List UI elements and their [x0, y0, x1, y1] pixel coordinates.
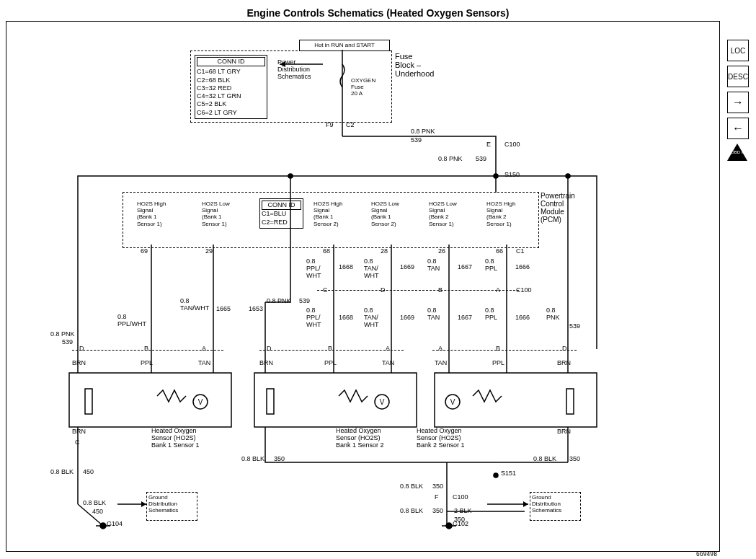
page: Engine Controls Schematics (Heated Oxyge…	[0, 0, 756, 559]
wire-539-top: 539	[411, 137, 422, 144]
r3-c0-n: 1668	[339, 314, 353, 322]
clr-0: BRN	[72, 360, 86, 367]
r3-rpnk-n: 539	[569, 323, 580, 330]
c100-top: C100	[504, 141, 520, 149]
wire-pnk-539-top: 0.8 PNK	[411, 128, 435, 136]
clr-5: TAN	[382, 360, 394, 367]
loc-button[interactable]: LOC	[727, 40, 749, 61]
toolbar: LOC DESC → ← OBD II	[727, 40, 749, 161]
pin-26: 26	[438, 248, 445, 255]
n450b: 450	[92, 509, 103, 516]
r3-c3-u: 0.8 PPL	[485, 307, 497, 322]
mid-c4-n: 1667	[458, 264, 472, 271]
sig-b2s1-lo: HO2S Low Signal (Bank 2 Sensor 1)	[429, 201, 468, 227]
sensor3-label: Heated Oxygen Sensor (HO2S) Bank 2 Senso…	[417, 428, 465, 449]
clr-4: PPL	[324, 360, 337, 367]
mid-c4-u: 0.8 TAN	[427, 258, 440, 273]
mid-c5-n: 1666	[515, 264, 530, 271]
left-ppl: 0.8 PPL/WHT	[117, 314, 146, 328]
r3-c0-u: 0.8 PPL/ WHT	[306, 307, 321, 329]
clr-3: BRN	[259, 360, 273, 367]
desc-button[interactable]: DESC	[727, 66, 749, 87]
wire-539-2: 539	[476, 156, 486, 163]
n350b: 350	[432, 483, 443, 490]
pin-68: 68	[323, 248, 330, 255]
blk450: 0.8 BLK	[50, 469, 74, 476]
mid-c2-u: 0.8 PPL/ WHT	[306, 258, 321, 280]
pin-A2: A	[386, 345, 390, 353]
pin-69: 69	[141, 248, 148, 255]
brn-right: BRN	[557, 428, 571, 436]
c100-dashline	[317, 290, 519, 291]
conn-id-list-pcm: C1=BLU C2=RED	[262, 210, 301, 226]
conn-id-box-pcm: CONN ID C1=BLU C2=RED	[259, 198, 303, 229]
conn-dash-3	[432, 350, 577, 351]
clr-7: PPL	[492, 360, 504, 367]
brn-left: BRN	[72, 428, 86, 436]
mid-c3-u: 0.8 TAN/ WHT	[364, 258, 379, 280]
gnd-dist-2: Ground Distribution Schematics	[530, 492, 581, 521]
prev-button[interactable]: ←	[727, 118, 749, 139]
sig-b1s1-lo: HO2S Low Signal (Bank 1 Sensor 1)	[202, 201, 241, 227]
pin-e: E	[486, 141, 491, 149]
n350a: 350	[274, 456, 285, 463]
blk350c: 0.8 BLK	[400, 508, 423, 515]
fuse-block-label: Fuse Block – Underhood	[395, 52, 434, 78]
sig-b1s1-hi: HO2S High Signal (Bank 1 Sensor 1)	[137, 201, 177, 227]
pin-B1: B	[144, 345, 148, 353]
g102: G102	[453, 521, 468, 528]
hot-label: Hot in RUN and START	[299, 40, 390, 51]
pin-c-left: C	[75, 439, 80, 446]
sig-b2s1-hi: HO2S High Signal (Bank 2 Sensor 1)	[486, 201, 526, 227]
pin-28: 28	[381, 248, 388, 255]
mid-c2-n: 1668	[339, 264, 353, 271]
conn-id-box-fuse: CONN ID C1=68 LT GRY C2=68 BLK C3=32 RED…	[195, 55, 267, 119]
pin-f9: F9	[326, 122, 334, 129]
r3-c3-n: 1666	[515, 314, 530, 322]
pin-A3: A	[438, 345, 443, 353]
next-button[interactable]: →	[727, 92, 749, 113]
pin-A1: A	[202, 345, 206, 353]
c100-btm: C100	[453, 494, 468, 501]
conn-id-hdr-pcm: CONN ID	[262, 201, 301, 210]
pin-B3: B	[496, 345, 500, 353]
pwr-dist-label: Power Distribution Schematics	[277, 59, 311, 81]
pin-B2: B	[328, 345, 332, 353]
sensor2-label: Heated Oxygen Sensor (HO2S) Bank 1 Senso…	[336, 428, 384, 449]
pcm-label: Powertrain Control Module (PCM)	[541, 192, 575, 224]
clr-6: TAN	[435, 360, 447, 367]
page-title: Engine Controls Schematics (Heated Oxyge…	[0, 7, 756, 19]
n450: 450	[83, 469, 94, 476]
n350c: 350	[432, 508, 443, 515]
left-tan-n: 1665	[216, 306, 231, 313]
conn-id-list: C1=68 LT GRY C2=68 BLK C3=32 RED C4=32 L…	[197, 68, 265, 117]
pin-D3: D	[562, 345, 567, 353]
conn-dash-2	[259, 350, 404, 351]
mid-c5-u: 0.8 PPL	[485, 258, 497, 273]
g104: G104	[107, 521, 123, 528]
wire-pnk-2: 0.8 PNK	[438, 156, 463, 163]
blk350a: 0.8 BLK	[241, 456, 264, 463]
r3-c1-n: 1669	[400, 314, 414, 322]
pin-f: F	[435, 494, 439, 501]
clr-2: TAN	[198, 360, 210, 367]
blk350b: 0.8 BLK	[400, 483, 423, 490]
s150: S150	[504, 172, 520, 179]
sig-b1s2-hi: HO2S High Signal (Bank 1 Sensor 2)	[313, 201, 353, 227]
left-lpnk: 0.8 PNK	[50, 331, 75, 338]
mid-c3-n: 1669	[400, 264, 414, 271]
r3-c2-n: 1667	[458, 314, 472, 322]
blk350r: 0.8 BLK	[533, 456, 556, 463]
conn-dash-1	[72, 350, 223, 351]
blk2: 2 BLK	[454, 508, 472, 515]
left-pnk-n: 539	[299, 298, 310, 305]
blk450b: 0.8 BLK	[83, 500, 106, 507]
sig-b1s2-lo: HO2S Low Signal (Bank 1 Sensor 2)	[371, 201, 411, 227]
pin-29: 29	[205, 248, 213, 255]
doc-number: 669498	[696, 551, 717, 558]
pin-D1: D	[79, 345, 84, 353]
pin-c2: C2	[346, 122, 355, 129]
n350r: 350	[569, 456, 580, 463]
sensor1-label: Heated Oxygen Sensor (HO2S) Bank 1 Senso…	[151, 428, 200, 449]
s151: S151	[501, 470, 516, 477]
